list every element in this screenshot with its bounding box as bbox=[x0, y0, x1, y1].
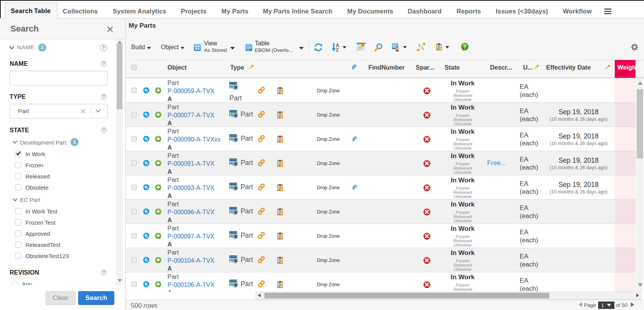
svg-text:?: ? bbox=[463, 43, 467, 50]
svg-text:Z: Z bbox=[336, 47, 339, 52]
